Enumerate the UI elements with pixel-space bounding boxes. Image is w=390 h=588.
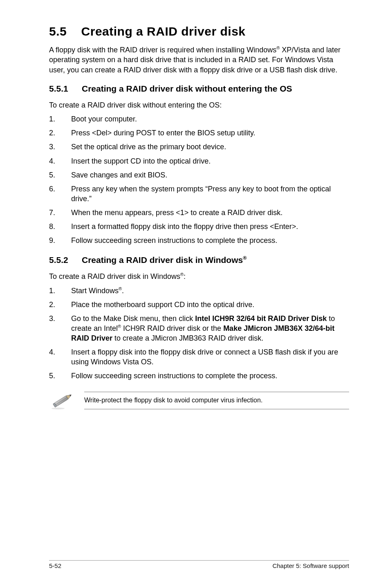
section-number: 5.5: [49, 25, 67, 38]
subsection-2-steps: Start Windows®. Place the motherboard su…: [49, 286, 349, 381]
list-item: Follow succeeding screen instructions to…: [49, 371, 349, 381]
page-footer: 5-52 Chapter 5: Software support: [49, 560, 349, 569]
list-item: Save changes and exit BIOS.: [49, 170, 349, 180]
list-item: Press any key when the system prompts “P…: [49, 184, 349, 204]
footer-page-number: 5-52: [49, 562, 61, 569]
subsection-1-number: 5.5.1: [49, 84, 82, 94]
section-title-text: Creating a RAID driver disk: [81, 25, 246, 38]
list-item: When the menu appears, press <1> to crea…: [49, 208, 349, 218]
svg-line-4: [55, 397, 67, 405]
subsection-2-lead: To create a RAID driver disk in Windows®…: [49, 272, 349, 281]
note-text: Write-protect the floppy disk to avoid c…: [84, 396, 349, 405]
subsection-2-number: 5.5.2: [49, 255, 82, 265]
list-item: Insert the support CD into the optical d…: [49, 156, 349, 166]
section-heading: 5.5 Creating a RAID driver disk: [49, 25, 349, 38]
svg-point-5: [52, 408, 65, 409]
footer-chapter: Chapter 5: Software support: [272, 562, 349, 569]
list-item: Insert a formatted floppy disk into the …: [49, 222, 349, 231]
list-item: Set the optical drive as the primary boo…: [49, 142, 349, 152]
list-item: Boot your computer.: [49, 114, 349, 124]
list-item: Go to the Make Disk menu, then click Int…: [49, 314, 349, 343]
subsection-1-lead: To create a RAID driver disk without ent…: [49, 100, 349, 110]
list-item: Insert a floppy disk into the floppy dis…: [49, 347, 349, 367]
intro-paragraph: A floppy disk with the RAID driver is re…: [49, 45, 349, 75]
list-item: Place the motherboard support CD into th…: [49, 300, 349, 310]
note-text-container: Write-protect the floppy disk to avoid c…: [84, 392, 349, 409]
subsection-1-steps: Boot your computer. Press <Del> during P…: [49, 114, 349, 245]
subsection-2-heading: 5.5.2Creating a RAID driver disk in Wind…: [49, 255, 349, 265]
pencil-icon: [50, 391, 74, 410]
subsection-1-title: Creating a RAID driver disk without ente…: [82, 84, 292, 93]
list-item: Follow succeeding screen instructions to…: [49, 236, 349, 245]
subsection-1-heading: 5.5.1Creating a RAID driver disk without…: [49, 84, 349, 94]
subsection-2-title: Creating a RAID driver disk in Windows®: [82, 255, 247, 265]
list-item: Start Windows®.: [49, 286, 349, 296]
note-block: Write-protect the floppy disk to avoid c…: [50, 391, 349, 410]
list-item: Press <Del> during POST to enter the BIO…: [49, 128, 349, 138]
